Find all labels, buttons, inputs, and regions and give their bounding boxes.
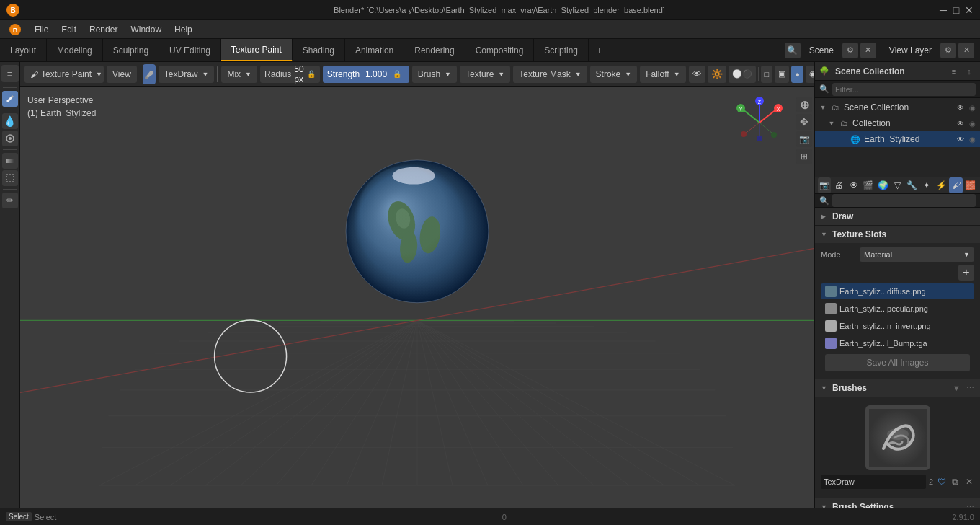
search-icon[interactable]: 🔍 (785, 43, 801, 58)
tab-animation[interactable]: Animation (345, 39, 404, 61)
tree-item-scene-collection[interactable]: ▼ 🗂 Scene Collection 👁 ◉ (815, 100, 980, 115)
tab-shading[interactable]: Shading (293, 39, 345, 61)
vis-render-collection[interactable]: ◉ (967, 118, 977, 128)
viewport-overlay-btn[interactable]: ⚪⚫ (729, 66, 756, 83)
mask-tool-button[interactable] (2, 131, 18, 146)
vis-eye-earth[interactable]: 👁 (956, 134, 966, 144)
draw-section-header[interactable]: ▶ Draw (815, 208, 980, 225)
save-all-images-button[interactable]: Save All Images (825, 354, 970, 371)
prop-scene-btn[interactable]: 🎬 (862, 177, 875, 193)
scene-selector[interactable]: Scene (805, 45, 838, 56)
viewlayer-selector[interactable]: View Layer (885, 45, 936, 56)
scene-delete-btn[interactable]: ✕ (860, 43, 876, 58)
brush-name-dropdown[interactable]: TexDraw ▼ (159, 66, 215, 83)
texture-mask-btn[interactable]: Texture Mask ▼ (513, 66, 587, 83)
texture-slot-2[interactable]: Earth_styliz...n_invert.png (821, 318, 974, 334)
tab-uv-editing[interactable]: UV Editing (159, 39, 221, 61)
brush-settings-expand[interactable]: ⋯ (966, 503, 974, 508)
texture-slot-0[interactable]: Earth_styliz...diffuse.png (821, 283, 974, 299)
prop-particles-btn[interactable]: ✦ (920, 177, 933, 193)
scene-icon-btn[interactable]: ⚙ (842, 43, 858, 58)
tab-scripting[interactable]: Scripting (534, 39, 589, 61)
texture-slot-3[interactable]: Earth_styliz...l_Bump.tga (821, 335, 974, 351)
menu-blender[interactable]: B (3, 22, 27, 38)
menu-help[interactable]: Help (169, 23, 198, 36)
menu-file[interactable]: File (29, 23, 54, 36)
draw-tool-button[interactable] (2, 91, 18, 107)
tab-modeling[interactable]: Modeling (47, 39, 103, 61)
brushes-expand-btn[interactable]: ▼ (953, 384, 961, 392)
radius-lock-icon[interactable]: 🔒 (307, 70, 316, 78)
viewport-canvas[interactable] (20, 62, 814, 508)
texture-btn[interactable]: Texture ▼ (460, 66, 510, 83)
maximize-button[interactable]: □ (951, 5, 961, 15)
editor-type-button[interactable]: ≡ (1, 65, 19, 82)
prop-active-btn[interactable]: 🖌 (949, 177, 962, 193)
prop-modifier-btn[interactable]: 🔧 (906, 177, 919, 193)
viewport-mode-dropdown[interactable]: 🖌 Texture Paint ▼ (24, 66, 104, 83)
radius-field[interactable]: Radius 50 px 🔒 (260, 66, 320, 83)
pan-btn[interactable]: ✥ (796, 114, 812, 130)
properties-search-input[interactable] (832, 194, 976, 207)
brush-delete-btn[interactable]: ✕ (963, 475, 974, 488)
prop-output-btn[interactable]: 🖨 (832, 177, 845, 193)
display-mode-1[interactable]: □ (761, 66, 773, 83)
brush-copy-btn[interactable]: ⧉ (950, 475, 961, 488)
fill-tool-button[interactable]: 💧 (2, 113, 18, 129)
display-mode-4[interactable]: ◉ (806, 66, 814, 83)
add-texture-button[interactable]: + (958, 265, 974, 281)
prop-render-btn[interactable]: 📷 (818, 177, 831, 193)
outliner-sync-btn[interactable]: ↕ (963, 65, 976, 78)
prop-object-btn[interactable]: ▽ (891, 177, 904, 193)
viewport-shading-btn[interactable]: 🔆 (708, 66, 726, 83)
viewport-view-menu[interactable]: View (107, 66, 137, 83)
vis-eye-icon[interactable]: 👁 (956, 102, 966, 112)
viewport-options-btn[interactable]: 👁 (689, 66, 705, 83)
menu-edit[interactable]: Edit (55, 23, 82, 36)
gradient-tool-button[interactable] (2, 153, 18, 169)
strength-lock-icon[interactable]: 🔒 (393, 70, 401, 78)
close-button[interactable]: ✕ (964, 5, 974, 15)
tree-item-collection[interactable]: ▼ 🗂 Collection 👁 ◉ (815, 115, 980, 131)
texture-slots-expand[interactable]: ⋯ (966, 230, 974, 239)
menu-render[interactable]: Render (84, 23, 123, 36)
viewlayer-icon-btn[interactable]: ⚙ (940, 43, 956, 58)
grid-btn[interactable]: ⊞ (796, 149, 812, 164)
texture-slot-1[interactable]: Earth_styliz...pecular.png (821, 301, 974, 317)
vis-render-earth[interactable]: ◉ (967, 134, 977, 144)
stroke-btn[interactable]: Stroke ▼ (590, 66, 638, 83)
blend-mode-dropdown[interactable]: Mix ▼ (221, 66, 257, 83)
display-mode-2[interactable]: ▣ (775, 66, 789, 83)
prop-material-btn[interactable]: 🧱 (964, 177, 977, 193)
add-tab-button[interactable]: + (589, 39, 610, 61)
viewlayer-delete-btn[interactable]: ✕ (958, 43, 974, 58)
prop-view-btn[interactable]: 👁 (847, 177, 860, 193)
display-mode-3[interactable]: ● (791, 66, 803, 83)
vis-eye-collection[interactable]: 👁 (956, 118, 966, 128)
zoom-in-btn[interactable]: ⊕ (796, 97, 812, 112)
camera-btn[interactable]: 📷 (796, 131, 812, 147)
brushes-panel-menu[interactable]: ⋯ (966, 384, 974, 393)
tab-texture-paint[interactable]: Texture Paint (221, 39, 293, 61)
brushes-section-header[interactable]: ▼ Brushes ▼ ⋯ (815, 379, 980, 397)
menu-window[interactable]: Window (125, 23, 167, 36)
brush-settings-header[interactable]: ▼ Brush Settings ⋯ (815, 498, 980, 508)
tab-rendering[interactable]: Rendering (404, 39, 465, 61)
vis-render-icon[interactable]: ◉ (967, 102, 977, 112)
annotate-button[interactable]: ✏ (2, 193, 18, 208)
prop-physics-btn[interactable]: ⚡ (935, 177, 948, 193)
outliner-search-input[interactable] (832, 83, 976, 96)
tab-sculpting[interactable]: Sculpting (103, 39, 159, 61)
brush-large-preview[interactable] (865, 405, 930, 470)
falloff-btn[interactable]: Falloff ▼ (640, 66, 685, 83)
box-select-button[interactable] (2, 170, 18, 186)
color-swatch[interactable] (217, 66, 218, 82)
brush-settings-btn[interactable]: Brush ▼ (412, 66, 457, 83)
outliner-filter-btn[interactable]: ≡ (948, 65, 961, 78)
tree-item-earth[interactable]: ▶ 🌐 Earth_Stylized 👁 ◉ (815, 131, 980, 147)
brush-shield-btn[interactable]: 🛡 (936, 475, 947, 488)
tab-layout[interactable]: Layout (0, 39, 47, 61)
tab-compositing[interactable]: Compositing (466, 39, 535, 61)
minimize-button[interactable]: ─ (938, 5, 948, 15)
prop-world-btn[interactable]: 🌍 (876, 177, 889, 193)
